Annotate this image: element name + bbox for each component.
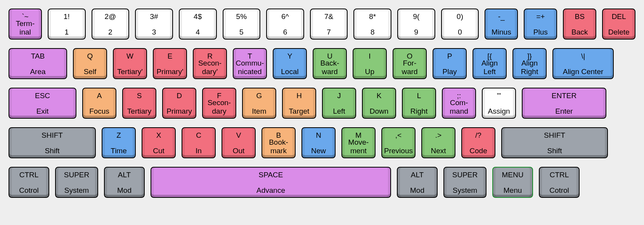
key-d7[interactable]: 7&7	[310, 9, 348, 40]
key-bottom-label: Back- ward	[313, 59, 346, 76]
key-semi[interactable]: ;:Com- mand	[442, 88, 476, 119]
key-top-label: CTRL	[540, 171, 579, 179]
key-v[interactable]: VOut	[222, 127, 256, 158]
key-esc[interactable]: ESCExit	[9, 88, 76, 119]
key-top-label: SUPER	[444, 171, 486, 179]
key-d0[interactable]: 0)0	[441, 9, 479, 40]
key-bottom-label: Play	[433, 68, 466, 76]
key-equals[interactable]: =+Plus	[524, 9, 557, 40]
key-tab[interactable]: TABArea	[9, 48, 67, 79]
key-bottom-label: Out	[222, 147, 255, 155]
key-d[interactable]: DPrimary	[162, 88, 196, 119]
key-minus[interactable]: -_Minus	[485, 9, 518, 40]
key-top-label: 2@	[92, 12, 129, 21]
key-bottom-label: Next	[422, 147, 455, 155]
key-d4[interactable]: 4$4	[179, 9, 217, 40]
key-top-label: BS	[564, 12, 596, 21]
key-s[interactable]: STertiary	[122, 88, 156, 119]
key-top-label: K	[363, 92, 395, 100]
key-del[interactable]: DELDelete	[602, 9, 635, 40]
key-bottom-label: Move- ment	[342, 138, 375, 155]
key-bottom-label: Term- inal	[9, 19, 41, 36]
key-d3[interactable]: 3#3	[135, 9, 173, 40]
key-bottom-label: Focus	[83, 107, 116, 116]
key-top-label: 6^	[267, 12, 303, 21]
key-altR[interactable]: ALTMod	[397, 167, 438, 198]
key-ctrlR[interactable]: CTRLCotrol	[539, 167, 580, 198]
key-o[interactable]: OFor- ward	[393, 48, 427, 79]
key-m[interactable]: MMove- ment	[341, 127, 376, 158]
key-bottom-label: Down	[363, 107, 395, 116]
key-n[interactable]: NNew	[301, 127, 336, 158]
key-superL[interactable]: SUPERSystem	[55, 167, 98, 198]
key-bottom-label: Align Left	[473, 59, 506, 76]
key-tilde[interactable]: `~Term- inal	[9, 9, 42, 40]
key-shiftL[interactable]: SHIFTShift	[9, 127, 96, 158]
key-quote[interactable]: '"Assign	[482, 88, 516, 119]
key-p[interactable]: PPlay	[433, 48, 467, 79]
key-y[interactable]: YLocal	[273, 48, 307, 79]
key-space[interactable]: SPACEAdvance	[151, 167, 391, 198]
key-r[interactable]: RSecon- dary'	[193, 48, 227, 79]
key-top-label: MENU	[493, 171, 532, 179]
key-bs[interactable]: BSBack	[563, 9, 596, 40]
key-d1[interactable]: 1!1	[48, 9, 86, 40]
key-bottom-label: Back	[564, 28, 596, 36]
key-j[interactable]: JLeft	[322, 88, 356, 119]
key-superR[interactable]: SUPERSystem	[443, 167, 486, 198]
key-bottom-label: 0	[442, 28, 478, 36]
key-bottom-label: 6	[267, 28, 303, 36]
key-shiftR[interactable]: SHIFTShift	[501, 127, 608, 158]
key-d9[interactable]: 9(9	[397, 9, 435, 40]
key-comma[interactable]: ,<Previous	[381, 127, 415, 158]
key-u[interactable]: UBack- ward	[313, 48, 347, 79]
key-d2[interactable]: 2@2	[92, 9, 130, 40]
key-d8[interactable]: 8*8	[353, 9, 391, 40]
key-bottom-label: Cotrol	[9, 186, 48, 195]
key-bsl[interactable]: \|Align Center	[552, 48, 614, 79]
key-bottom-label: Menu	[493, 186, 532, 195]
key-top-label: SHIFT	[9, 131, 95, 140]
key-l[interactable]: LRight	[402, 88, 436, 119]
key-rbr[interactable]: ]}Align Right	[512, 48, 547, 79]
key-bottom-label: Align Right	[513, 59, 546, 76]
key-top-label: 9(	[398, 12, 435, 21]
key-lbr[interactable]: [{Align Left	[473, 48, 507, 79]
keyboard-layout-diagram: `~Term- inal1!12@23#34$45%56^67&78*89(90…	[0, 0, 644, 225]
key-enter[interactable]: ENTEREnter	[522, 88, 606, 119]
key-ctrlL[interactable]: CTRLCotrol	[9, 167, 49, 198]
key-slash[interactable]: /?Code	[461, 127, 495, 158]
key-period[interactable]: .>Next	[421, 127, 455, 158]
key-top-label: A	[83, 92, 116, 100]
key-q[interactable]: QSelf	[73, 48, 107, 79]
key-z[interactable]: ZTime	[102, 127, 136, 158]
key-e[interactable]: EPrimary'	[153, 48, 187, 79]
key-x[interactable]: XCut	[142, 127, 176, 158]
key-menu[interactable]: MENUMenu	[492, 167, 533, 198]
key-top-label: E	[154, 52, 186, 61]
key-a[interactable]: AFocus	[82, 88, 116, 119]
key-h[interactable]: HTarget	[282, 88, 316, 119]
key-bottom-label: Com- mand	[443, 99, 475, 116]
key-top-label: ,<	[382, 131, 415, 140]
key-g[interactable]: GItem	[242, 88, 276, 119]
key-b[interactable]: BBook- mark	[261, 127, 296, 158]
key-top-label: .>	[422, 131, 455, 140]
key-top-label: 8*	[354, 12, 391, 21]
key-f[interactable]: FSecon- dary	[202, 88, 236, 119]
key-bottom-label: 9	[398, 28, 435, 36]
key-w[interactable]: WTertiary'	[113, 48, 147, 79]
key-top-label: SHIFT	[502, 131, 607, 140]
key-altL[interactable]: ALTMod	[104, 167, 145, 198]
key-k[interactable]: KDown	[362, 88, 396, 119]
key-i[interactable]: IUp	[353, 48, 387, 79]
key-bottom-label: Tertiary'	[114, 68, 146, 76]
key-c[interactable]: CIn	[182, 127, 216, 158]
key-t[interactable]: TCommu- nicated	[233, 48, 267, 79]
key-d6[interactable]: 6^6	[266, 9, 304, 40]
key-top-label: ALT	[105, 171, 144, 179]
key-bottom-label: New	[302, 147, 335, 155]
key-d5[interactable]: 5%5	[223, 9, 261, 40]
key-bottom-label: Assign	[483, 107, 515, 116]
key-bottom-label: Shift	[502, 147, 607, 155]
